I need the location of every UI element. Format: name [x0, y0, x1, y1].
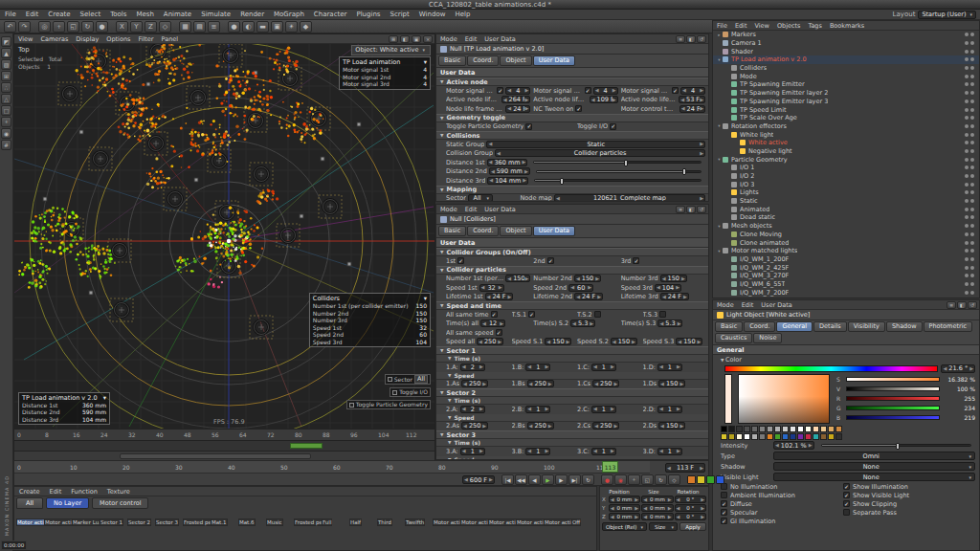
visibility-dots[interactable] — [965, 174, 979, 178]
tp-load-group-active-node[interactable]: ▼Active node — [436, 77, 708, 86]
tree-item-particle-geometry[interactable]: ▾ Particle Geometry — [713, 155, 979, 164]
prev-key-button[interactable]: ◀◀ — [515, 474, 527, 485]
hue-spectrum-slider[interactable] — [724, 365, 938, 372]
menu-tools[interactable]: Tools — [105, 10, 131, 20]
colliders-sub-speed[interactable]: ▼Speed — [436, 372, 708, 380]
tp-load-tab-object[interactable]: Object — [500, 55, 531, 66]
visibility-dots[interactable] — [965, 33, 979, 36]
light-tab-shadow[interactable]: Shadow — [886, 321, 923, 332]
check-ambient-illumination[interactable] — [721, 492, 727, 498]
colliders-menu-edit[interactable]: Edit — [461, 205, 481, 214]
light-visible-light-select[interactable]: None▾ — [773, 473, 975, 481]
colliders-1-d-field[interactable]: ◀1▶ — [657, 364, 682, 371]
rotate-tool-icon[interactable]: ↻ — [81, 21, 94, 33]
hud-tp-distances[interactable]: TP Load animation v 2.0▾ Distance 1st360… — [18, 392, 110, 426]
color-swatch[interactable] — [820, 426, 827, 432]
floor-icon[interactable]: ▬ — [256, 21, 269, 33]
tp-load-tab-coord[interactable]: Coord. — [467, 55, 499, 66]
tp-load-distance-1st-slider[interactable] — [533, 161, 702, 164]
colliders-group-sector-1[interactable]: ▼Sector 1 — [436, 346, 708, 355]
tree-item-i-o-3[interactable]: I/O 3 — [713, 180, 979, 188]
visibility-dots[interactable] — [965, 41, 979, 45]
colliders-sub-time-s[interactable]: ▼Time (s) — [436, 355, 708, 363]
tree-item-rotation-effectors[interactable]: ▾ Rotation effectors — [713, 122, 979, 131]
hud-toggle-toggle-particle-geometry[interactable]: Toggle Particle Geometry — [346, 400, 431, 409]
color-swatch[interactable] — [782, 426, 789, 432]
visibility-dots[interactable] — [965, 232, 979, 236]
tree-item-markers[interactable]: ▸ Markers — [713, 31, 979, 39]
tp-load-motor-signal-3rd-checkbox[interactable]: ✓ — [672, 87, 679, 94]
visibility-dots[interactable] — [965, 249, 979, 253]
color-swatch[interactable] — [728, 426, 735, 432]
light-icon[interactable]: ☀ — [285, 21, 298, 33]
light-tab-visibility[interactable]: Visibility — [848, 321, 885, 332]
visibility-dots[interactable] — [965, 291, 979, 295]
light-panel-icon-1[interactable]: ◧ — [957, 301, 967, 309]
rotation-p-field[interactable]: ◀0 °▶ — [675, 504, 706, 512]
tree-item-i-q-wm-1-200f[interactable]: I/Q_WM_1_200F — [713, 255, 979, 264]
tree-item-lights[interactable]: Lights — [713, 188, 979, 197]
check-separate-pass[interactable] — [843, 509, 850, 516]
colliders-1-bs-field[interactable]: ◀250▶ — [527, 380, 554, 387]
om-menu-bookmarks[interactable]: Bookmarks — [826, 21, 868, 31]
channel-v-slider[interactable] — [846, 386, 940, 391]
colliders-2-cs-field[interactable]: ◀250▶ — [592, 422, 619, 430]
hud-motor-signals[interactable]: TP Load animation▾ Motor signal 1st4Moto… — [339, 56, 431, 90]
key-color-toggle-1[interactable] — [697, 475, 705, 484]
redo-icon[interactable]: ↷ — [18, 21, 31, 33]
loop-button[interactable]: ↻ — [582, 474, 594, 485]
material-motor-acti[interactable]: Motor acti... — [544, 510, 570, 528]
coords-mode-select[interactable]: Object (Rel)▾ — [602, 522, 647, 531]
colliders-speed-2nd-field[interactable]: ◀60▶ — [568, 284, 593, 292]
visibility-dots[interactable] — [965, 282, 979, 286]
visibility-dots[interactable] — [965, 116, 979, 120]
colliders-3-c-field[interactable]: ◀1▶ — [591, 448, 616, 455]
color-swatch[interactable] — [828, 433, 835, 440]
lock-y-axis-icon[interactable]: Y — [130, 21, 143, 33]
menu-animate[interactable]: Animate — [159, 10, 196, 20]
channel-s-slider[interactable] — [846, 377, 940, 382]
preview-range-handle[interactable] — [290, 443, 323, 449]
material-motor-acti[interactable]: Motor acti... — [16, 510, 43, 528]
visibility-dots[interactable] — [965, 208, 979, 211]
colliders-3-b-field[interactable]: ◀1▶ — [525, 448, 550, 455]
hue-value-field[interactable]: ◀21.6 °▶ — [941, 364, 975, 373]
tp-load-active-node-life-3rd-field[interactable]: ◀53 F▶ — [679, 96, 705, 103]
light-shadow-select[interactable]: None▾ — [773, 462, 975, 471]
tp-load-menu-mode[interactable]: Mode — [436, 34, 461, 44]
tree-item-negative-light[interactable]: Negative light — [713, 147, 979, 156]
colliders-time-s-s-3-field[interactable]: ◀5.3▶ — [657, 320, 682, 327]
colliders-2-b-field[interactable]: ◀1▶ — [525, 406, 550, 413]
tp-load-distance-2nd-field[interactable]: ◀590 mm▶ — [489, 167, 530, 175]
tp-load-menu-edit[interactable]: Edit — [461, 34, 481, 44]
tree-item-tp-spawning-emitter-layer-3[interactable]: TP Spawning Emitter layer 3 — [713, 98, 979, 106]
last-tool-icon[interactable]: ● — [96, 21, 108, 33]
mat-menu-function[interactable]: Function — [66, 487, 102, 496]
make-editable-icon[interactable]: ◩ — [1, 36, 11, 47]
tp-load-toggle-particle-geometry-checkbox[interactable]: ✓ — [525, 123, 532, 130]
tp-load-node-map-field[interactable]: ◀120621_Complete map▶ — [554, 194, 705, 202]
colliders-lifetime-3rd-field[interactable]: ◀24 F▶ — [660, 293, 689, 300]
points-mode-icon[interactable]: ∴ — [1, 82, 11, 93]
mat-menu-edit[interactable]: Edit — [45, 487, 67, 496]
tp-load-group-geometry-toggle[interactable]: ▼Geometry toggle — [436, 114, 708, 122]
material-sector-3[interactable]: Sector 3 — [155, 510, 182, 528]
tp-load-panel-icon-1[interactable]: ◧ — [686, 35, 696, 43]
record-scale-toggle[interactable]: ◱ — [641, 474, 654, 485]
colliders-number-2nd-field[interactable]: ◀150▶ — [574, 275, 601, 282]
solo-mode-icon[interactable]: ◉ — [1, 128, 11, 139]
color-swatch[interactable] — [805, 433, 812, 440]
vp-menu-options[interactable]: Options — [102, 34, 134, 44]
colliders-tab-user-data[interactable]: User Data — [533, 226, 575, 236]
visibility-dots[interactable] — [965, 165, 979, 169]
tp-load-motor-control-tween-field[interactable]: ◀24 F▶ — [679, 105, 705, 113]
colliders-t-s-1-checkbox[interactable]: ✓ — [528, 311, 535, 318]
tp-load-motor-signal-1st-field[interactable]: ◀4▶ — [505, 87, 530, 95]
colliders-1-cs-field[interactable]: ◀250▶ — [592, 380, 619, 387]
colliders-3-d-field[interactable]: ◀1▶ — [657, 448, 682, 455]
layer-no-layer[interactable]: No Layer — [46, 497, 89, 509]
colliders-3-a-field[interactable]: ◀1▶ — [460, 448, 485, 455]
colliders-number-3rd-field[interactable]: ◀150▶ — [660, 275, 687, 282]
texture-mode-icon[interactable]: ▨ — [1, 59, 11, 70]
light-tab-coord[interactable]: Coord. — [744, 321, 775, 332]
